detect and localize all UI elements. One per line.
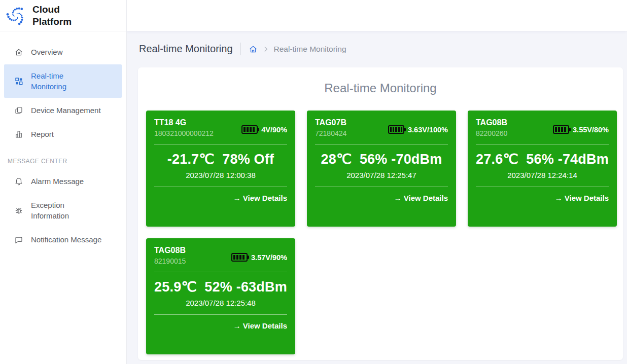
sidebar-item-label: Overview	[31, 47, 63, 57]
content-title: Real-time Monitoring	[138, 67, 623, 95]
battery-icon	[388, 125, 404, 134]
card-divider	[315, 144, 448, 144]
battery-label: 4V/90%	[261, 126, 287, 134]
card-divider	[154, 187, 287, 187]
device-serial: 180321000000212	[154, 129, 214, 137]
device-model: TAG07B	[315, 118, 346, 127]
breadcrumb-current: Real-time Monitoring	[274, 45, 346, 54]
battery-status: 3.57V/90%	[231, 249, 287, 265]
sidebar-item-overview[interactable]: Overview	[4, 41, 122, 63]
message-center-section-label: MESSAGE CENTER	[0, 147, 126, 169]
card-header: TAG08B 82190015 3.57V/90%	[154, 238, 287, 265]
sidebar-item-label: Device Management	[31, 105, 101, 116]
view-details-link[interactable]: → View Details	[154, 194, 287, 202]
battery-label: 3.57V/90%	[251, 253, 287, 262]
sidebar: Cloud Platform Overview Real-time Monito…	[0, 0, 127, 364]
battery-status: 4V/90%	[241, 122, 287, 137]
sidebar-item-alarm-message[interactable]: Alarm Message	[4, 170, 122, 193]
device-serial: 82200260	[476, 129, 507, 137]
sidebar-nav: Overview Real-time Monitoring Device	[0, 31, 126, 251]
grid-icon	[14, 77, 23, 86]
device-serial: 72180424	[315, 129, 346, 137]
device-model: TAG08B	[476, 118, 507, 127]
reading-timestamp: 2023/07/28 12:24:14	[476, 171, 609, 179]
device-card: TAG07B 72180424 3.63V/100% 28℃ 56% -70dB…	[307, 111, 456, 227]
card-divider	[476, 187, 609, 187]
sidebar-item-exception-information[interactable]: Exception Information	[4, 194, 122, 227]
sidebar-item-realtime-monitoring[interactable]: Real-time Monitoring	[4, 64, 122, 98]
header-divider	[240, 43, 241, 55]
sidebar-item-device-management[interactable]: Device Management	[4, 99, 122, 122]
reading-timestamp: 2023/07/28 12:25:47	[315, 171, 448, 179]
view-details-link[interactable]: → View Details	[315, 194, 448, 202]
reading-timestamp: 2023/07/28 12:00:38	[154, 171, 287, 179]
sidebar-item-label: Alarm Message	[31, 176, 84, 187]
sidebar-item-label: Real-time Monitoring	[31, 70, 87, 92]
battery-status: 3.63V/100%	[388, 122, 448, 137]
device-card: TAG08B 82190015 3.57V/90% 25.9℃ 52% -63d…	[146, 238, 295, 354]
battery-label: 3.63V/100%	[408, 126, 448, 134]
breadcrumb-home-icon[interactable]	[249, 45, 258, 54]
view-details-link[interactable]: → View Details	[154, 321, 287, 330]
view-details-link[interactable]: → View Details	[476, 194, 609, 202]
sidebar-item-report[interactable]: Report	[4, 123, 122, 145]
sensor-reading: 27.6℃ 56% -74dBm	[476, 151, 609, 167]
home-icon	[14, 48, 23, 57]
chat-icon	[14, 235, 23, 244]
chevron-right-icon	[262, 46, 269, 53]
card-divider	[315, 187, 448, 187]
card-header: TAG07B 72180424 3.63V/100%	[315, 111, 448, 137]
sensor-reading: -21.7℃ 78% Off	[154, 151, 287, 167]
card-divider	[476, 144, 609, 144]
bug-icon	[14, 206, 23, 215]
bell-icon	[14, 177, 23, 186]
page-header: Real-time Monitoring Real-time Monitorin…	[139, 43, 346, 55]
brand-name: Cloud Platform	[32, 4, 79, 28]
card-divider	[154, 272, 287, 272]
report-icon	[14, 130, 23, 139]
device-model: TT18 4G	[154, 118, 214, 127]
device-model: TAG08B	[154, 246, 186, 255]
device-card-grid: TT18 4G 180321000000212 4V/90% -21.7℃ 78…	[146, 111, 623, 354]
battery-icon	[553, 125, 569, 134]
device-card: TT18 4G 180321000000212 4V/90% -21.7℃ 78…	[146, 111, 295, 227]
battery-icon	[231, 253, 248, 262]
brand: Cloud Platform	[0, 0, 126, 31]
sensor-reading: 28℃ 56% -70dBm	[315, 151, 448, 167]
card-divider	[154, 144, 287, 144]
topbar	[127, 0, 627, 31]
reading-timestamp: 2023/07/28 12:25:48	[154, 299, 287, 307]
card-header: TT18 4G 180321000000212 4V/90%	[154, 111, 287, 137]
sidebar-item-label: Exception Information	[31, 200, 87, 221]
content-panel: Real-time Monitoring TT18 4G 18032100000…	[138, 67, 623, 360]
sidebar-item-label: Report	[31, 129, 54, 139]
battery-status: 3.55V/80%	[553, 122, 609, 137]
device-card: TAG08B 82200260 3.55V/80% 27.6℃ 56% -74d…	[468, 111, 617, 227]
card-divider	[154, 314, 287, 315]
device-serial: 82190015	[154, 257, 186, 265]
sidebar-item-label: Notification Message	[31, 234, 101, 245]
card-header: TAG08B 82200260 3.55V/80%	[476, 111, 609, 137]
devices-icon	[14, 106, 23, 115]
sensor-reading: 25.9℃ 52% -63dBm	[154, 279, 287, 295]
sidebar-item-notification-message[interactable]: Notification Message	[4, 228, 122, 251]
logo-icon	[5, 4, 28, 27]
battery-label: 3.55V/80%	[573, 126, 609, 134]
page-title: Real-time Monitoring	[139, 43, 233, 55]
battery-icon	[241, 125, 258, 134]
breadcrumb: Real-time Monitoring	[249, 45, 346, 54]
